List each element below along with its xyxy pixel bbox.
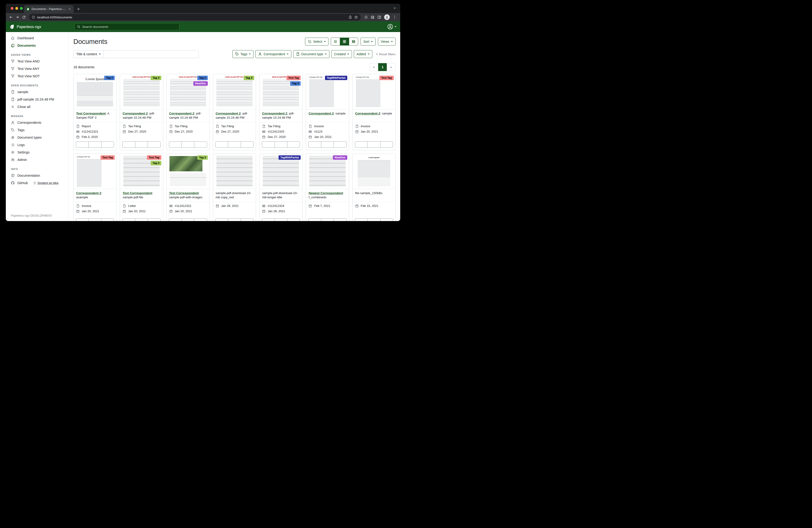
document-created[interactable]: Dec 27, 2020 [216,129,253,134]
sidebar-item-settings[interactable]: Settings [6,148,69,156]
correspondent-link[interactable]: Correspondent 2 [122,112,148,115]
document-title[interactable]: Correspondent 2: pdf-sample 10.24.48 PM [262,112,300,120]
tag-badge-tag-3[interactable]: Tag 3 [151,76,161,80]
sidebar-item-suggest-an-idea[interactable]: Suggest an idea [33,181,58,185]
correspondent-link[interactable]: Correspondent 2 [76,191,101,195]
document-thumbnail[interactable]: Adobe Acrobat PDF Files Tag 3 [120,74,163,109]
share-icon[interactable] [348,15,352,19]
sidebar-item-document-types[interactable]: Document types [6,134,69,141]
minimize-window-button[interactable] [15,7,18,10]
document-thumbnail[interactable]: Tag 3 [167,154,209,189]
sidebar-item-correspondents[interactable]: Correspondents [6,119,69,126]
document-thumbnail[interactable]: Adobe Acrobat PDF Files Tag 3 [213,74,256,109]
preview-button[interactable] [228,218,241,221]
tag-badge-tag-2[interactable]: Tag 2 [197,76,208,80]
download-button[interactable] [101,141,114,148]
sidebar-item-documentation[interactable]: Documentation [6,172,69,179]
download-button[interactable] [380,141,393,148]
search-input[interactable] [82,25,177,29]
pagination-next-button[interactable]: » [387,63,395,71]
reload-button[interactable] [21,14,27,20]
preview-button[interactable] [367,218,380,221]
filter-text-input[interactable] [103,50,199,58]
edit-button[interactable] [76,218,89,221]
download-button[interactable] [287,218,300,221]
document-thumbnail[interactable]: Test TagTag 3 [120,154,163,189]
views-button[interactable]: Views [378,38,395,45]
document-thumbnail[interactable]: Lorem ipsum [353,154,395,189]
document-asn[interactable]: #112412324 [262,203,300,209]
document-title[interactable]: Correspondent 2: pdf-sample 10.24.48 PM [216,112,253,120]
document-asn[interactable]: #112412322 [169,203,207,209]
status-info-icon[interactable] [364,16,368,19]
document-card[interactable]: Adobe Acrobat PDF Files Tag 3 Correspond… [213,74,256,150]
document-title[interactable]: Correspondent 2: pdf-sample 10.24.48 PM [122,112,160,120]
document-thumbnail[interactable]: Adobe Acrobat PDF Files Test TagTag 2 [260,74,302,109]
app-brand[interactable]: Paperless-ngx [10,24,74,29]
document-asn[interactable]: #112412321 [76,129,114,134]
sidebar-item-github[interactable]: GitHubSuggest an idea [6,179,69,187]
tag-badge-tagwithpartial[interactable]: TagWithPartial [278,155,301,160]
document-created[interactable]: Dec 27, 2020 [122,129,160,134]
correspondent-link[interactable]: Newest Correspondent [308,191,343,195]
address-bar[interactable]: localhost:4200/documents [29,14,361,20]
tag-badge-test-tag[interactable]: Test Tag [287,76,301,80]
tag-badge-tag-2[interactable]: Tag 2 [104,76,115,80]
sidebar-item-test-view-any[interactable]: Test View ANY [6,65,69,72]
edit-button[interactable] [215,141,228,148]
edit-button[interactable] [308,141,321,148]
select-button[interactable]: Select [305,38,329,45]
download-button[interactable] [148,141,160,148]
edit-button[interactable] [169,218,182,221]
sidebar-item-documents[interactable]: Documents [6,42,69,49]
download-button[interactable] [380,218,393,221]
document-card[interactable]: NewOne Newest Correspondent: f_combineds… [306,154,349,221]
filter-field-button[interactable]: Title & content [73,50,104,58]
download-button[interactable] [241,218,253,221]
download-button[interactable] [334,141,346,148]
tag-badge-test-tag[interactable]: Test Tag [147,155,161,160]
tag-badge-tag-2[interactable]: Tag 2 [290,81,301,86]
correspondent-link[interactable]: Correspondent 2 [262,112,287,115]
forward-button[interactable] [14,14,21,20]
document-thumbnail[interactable]: A Simple PDF File TagWithPartial [306,74,349,109]
document-card[interactable]: Lorem Ipsum Tag 2 Test Correspondent: A … [73,74,117,150]
document-created[interactable]: Jan 26, 2021 [262,209,300,214]
created-filter-button[interactable]: Created [331,50,352,58]
document-title[interactable]: Correspondent 2: pdf-sample 10.24.48 PM [169,112,207,120]
document-thumbnail[interactable]: TagWithPartial [260,154,302,189]
tag-badge-newone[interactable]: NewOne [333,155,347,160]
download-button[interactable] [194,141,207,148]
tags-filter-button[interactable]: Tags [232,50,254,58]
preview-button[interactable] [182,218,194,221]
sidebar-item-logs[interactable]: Logs [6,141,69,148]
document-title[interactable]: Test Correspondent: sample-pdf-with-imag… [169,191,207,200]
new-tab-button[interactable] [75,6,82,12]
document-card[interactable]: Test TagTag 3 Test Correspondent: sample… [120,154,163,221]
document-type[interactable]: Tax Filing [262,124,300,129]
document-card[interactable]: TagWithPartial sample-pdf-download-10-mb… [259,154,303,221]
bookmark-star-icon[interactable] [354,15,358,19]
document-card[interactable]: sample-pdf-download-10-mb copy_red Jan 2… [213,154,256,221]
document-asn[interactable]: #1123 [308,129,346,134]
correspondent-link[interactable]: Test Correspondent [169,191,199,195]
preview-button[interactable] [321,218,334,221]
document-title[interactable]: sample-pdf-download-10-mb-longer-title [262,191,300,200]
document-title[interactable]: file-sample_150kBs [355,191,393,200]
correspondent-link[interactable]: Correspondent 2 [216,112,241,115]
browser-menu-kebab-icon[interactable] [393,15,396,19]
pagination-prev-button[interactable]: « [369,63,378,71]
edit-button[interactable] [308,218,321,221]
download-button[interactable] [194,218,207,221]
document-title[interactable]: Test Correspondent: sample-pdf-file [122,191,160,200]
global-search[interactable] [74,23,179,30]
tag-badge-tag-3[interactable]: Tag 3 [197,155,208,160]
document-card[interactable]: Adobe Acrobat PDF Files Tag 2NewOne Corr… [166,74,209,150]
pagination-page-1-button[interactable]: 1 [378,63,387,71]
document-created[interactable]: Dec 27, 2020 [169,129,207,134]
correspondent-link[interactable]: Test Correspondent [122,191,152,195]
document-thumbnail[interactable]: Lorem Ipsum Tag 2 [74,74,116,109]
sidebar-item-pdf-sample-10-24-48-pm[interactable]: pdf-sample 10.24.48 PM [6,96,69,103]
edit-button[interactable] [262,218,275,221]
document-type[interactable]: Invoice [76,203,114,209]
